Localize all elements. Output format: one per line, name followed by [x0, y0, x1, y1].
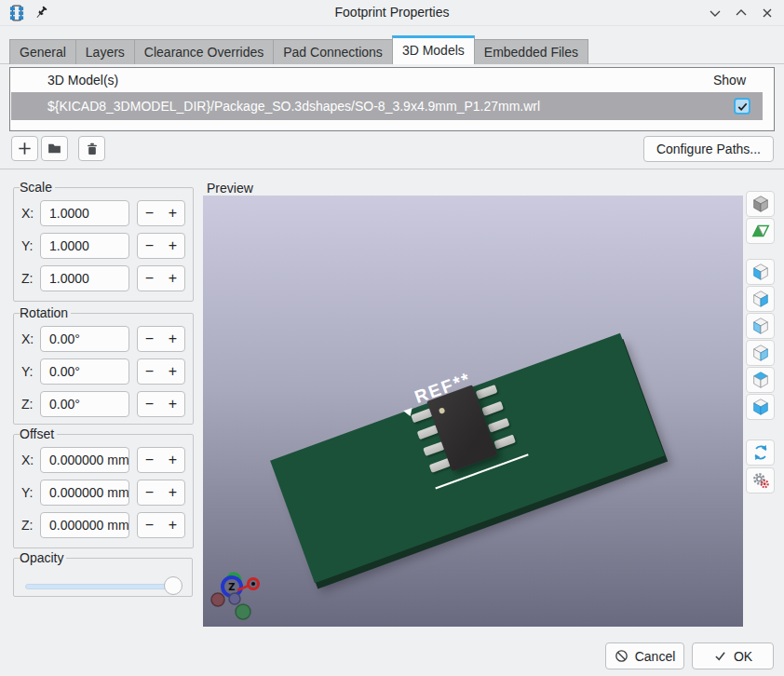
refresh-preview-button[interactable]	[746, 439, 775, 466]
scale-x-decrement-button[interactable]: −	[138, 201, 161, 225]
rotation-y-input[interactable]	[40, 358, 129, 385]
rotation-x-increment-button[interactable]: +	[161, 327, 184, 351]
rotation-z-label: Z:	[21, 397, 40, 412]
rotation-z-decrement-button[interactable]: −	[138, 392, 161, 416]
model-row-selected[interactable]: ${KICAD8_3DMODEL_DIR}/Package_SO.3dshape…	[11, 92, 773, 120]
view-right-button[interactable]	[746, 286, 775, 312]
tab-3d-models[interactable]: 3D Models	[392, 35, 475, 64]
view-top-button[interactable]	[746, 367, 775, 393]
model-list-scrollbar-gutter	[763, 68, 774, 130]
view-left-button[interactable]	[746, 259, 775, 285]
rotation-z-spinner: − +	[137, 391, 185, 417]
rotation-y-decrement-button[interactable]: −	[138, 359, 161, 384]
configure-paths-button[interactable]: Configure Paths...	[643, 136, 774, 162]
show-board-body-button[interactable]	[746, 218, 775, 244]
trash-icon	[85, 142, 100, 156]
rotation-group: Rotation X: − + Y: − + Z: − +	[13, 305, 194, 425]
offset-y-label: Y:	[21, 485, 40, 500]
opacity-slider-track[interactable]	[25, 584, 181, 589]
scale-z-spinner: − +	[137, 265, 185, 291]
scale-y-decrement-button[interactable]: −	[138, 234, 161, 258]
offset-z-increment-button[interactable]: +	[161, 513, 184, 537]
scale-y-increment-button[interactable]: +	[161, 234, 184, 258]
opacity-slider-handle[interactable]	[164, 576, 182, 595]
opacity-slider[interactable]	[25, 575, 181, 599]
scale-y-input[interactable]	[40, 233, 129, 259]
cube-top-face-icon	[750, 370, 771, 390]
show-column-header: Show	[713, 73, 746, 88]
opacity-group-title: Opacity	[20, 550, 66, 565]
browse-model-button[interactable]	[41, 136, 68, 161]
plus-icon	[17, 141, 33, 156]
delete-model-button[interactable]	[78, 136, 105, 161]
offset-y-decrement-button[interactable]: −	[138, 480, 161, 505]
offset-x-increment-button[interactable]: +	[161, 448, 184, 472]
scale-x-spinner: − +	[137, 200, 185, 226]
cube-bottom-face-icon	[750, 397, 771, 417]
preview-settings-button[interactable]	[746, 467, 775, 493]
view-front-button[interactable]	[746, 313, 775, 339]
add-model-button[interactable]	[11, 136, 38, 161]
model-path: ${KICAD8_3DMODEL_DIR}/Package_SO.3dshape…	[47, 99, 540, 114]
tab-layers[interactable]: Layers	[75, 39, 135, 64]
offset-x-input[interactable]	[40, 447, 129, 473]
rotation-x-input[interactable]	[40, 326, 129, 352]
cube-back-face-icon	[750, 343, 771, 363]
cancel-label: Cancel	[635, 649, 676, 664]
model-list-header: 3D Model(s) Show	[10, 68, 774, 92]
gears-icon	[751, 471, 770, 490]
offset-y-increment-button[interactable]: +	[161, 480, 184, 505]
titlebar[interactable]: Footprint Properties	[0, 0, 784, 26]
folder-icon	[47, 141, 62, 156]
ok-label: OK	[734, 649, 752, 664]
axes-gizmo: Z	[209, 569, 270, 625]
opacity-group: Opacity	[13, 550, 193, 597]
tab-clearance-overrides[interactable]: Clearance Overrides	[134, 39, 274, 64]
close-button[interactable]	[760, 6, 775, 20]
rotation-x-decrement-button[interactable]: −	[138, 327, 161, 351]
model-show-checkbox[interactable]	[734, 98, 750, 115]
view-back-button[interactable]	[746, 340, 775, 366]
scale-x-input[interactable]	[40, 200, 129, 226]
footprint-properties-dialog: Footprint Properties General Layers Clea…	[0, 0, 784, 676]
rotation-y-spinner: − +	[137, 358, 185, 385]
rotation-x-label: X:	[21, 331, 40, 346]
gray-cube-icon	[750, 194, 771, 214]
ok-button[interactable]: OK	[692, 642, 774, 669]
splitter[interactable]	[0, 169, 784, 169]
cube-left-face-icon	[750, 262, 771, 282]
scale-z-input[interactable]	[40, 265, 129, 291]
scale-z-increment-button[interactable]: +	[161, 266, 184, 291]
cube-right-face-icon	[750, 289, 771, 309]
view-bottom-button[interactable]	[746, 394, 775, 420]
configure-paths-label: Configure Paths...	[656, 142, 761, 156]
chip-body	[426, 385, 497, 471]
maximize-button[interactable]	[734, 6, 749, 20]
scale-x-increment-button[interactable]: +	[161, 201, 184, 225]
window-title: Footprint Properties	[0, 5, 784, 20]
minimize-button[interactable]	[708, 6, 723, 20]
scale-z-label: Z:	[21, 271, 40, 286]
offset-z-input[interactable]	[40, 512, 129, 538]
offset-z-label: Z:	[21, 518, 40, 533]
green-board-icon	[750, 221, 771, 241]
offset-z-decrement-button[interactable]: −	[138, 513, 161, 537]
offset-x-decrement-button[interactable]: −	[138, 448, 161, 472]
tab-general[interactable]: General	[9, 39, 76, 64]
preview-label: Preview	[207, 181, 253, 196]
offset-y-input[interactable]	[40, 480, 129, 506]
rotation-z-input[interactable]	[40, 391, 129, 417]
rotation-y-increment-button[interactable]: +	[161, 359, 184, 384]
scale-z-decrement-button[interactable]: −	[138, 266, 161, 291]
rotation-z-increment-button[interactable]: +	[161, 392, 184, 416]
tab-pad-connections[interactable]: Pad Connections	[273, 39, 393, 64]
orthographic-projection-button[interactable]	[746, 191, 775, 217]
offset-z-spinner: − +	[137, 512, 185, 538]
cube-front-face-icon	[750, 316, 771, 336]
models-column-header: 3D Model(s)	[47, 73, 118, 88]
cancel-button[interactable]: Cancel	[605, 642, 684, 669]
refresh-icon	[751, 443, 770, 462]
scale-x-label: X:	[21, 206, 40, 221]
preview-3d-viewport[interactable]: REF** Z	[203, 196, 743, 627]
tab-embedded-files[interactable]: Embedded Files	[474, 39, 588, 64]
